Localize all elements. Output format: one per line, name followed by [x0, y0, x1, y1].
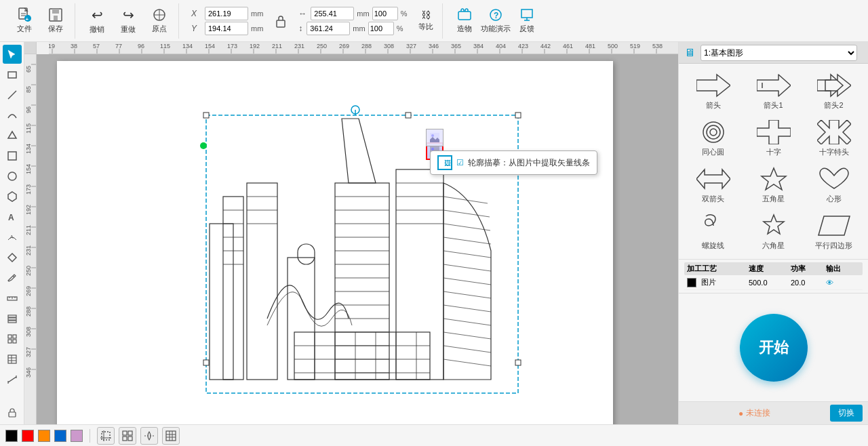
shape-item-star5[interactable]: 五角星 — [745, 163, 802, 207]
save-label: 保存 — [48, 24, 63, 34]
demo-button[interactable]: ? 功能演示 — [481, 3, 511, 39]
group-btn[interactable] — [119, 427, 136, 445]
hexagon-tool[interactable] — [3, 187, 22, 206]
y-input[interactable] — [205, 22, 248, 35]
shape-label-parallelogram: 平行四边形 — [815, 241, 852, 251]
shape-item-arrow1[interactable]: 箭头1 — [745, 69, 802, 113]
svg-rect-104 — [203, 113, 209, 118]
demo-icon: ? — [488, 7, 503, 22]
feedback-button[interactable]: 反馈 — [512, 3, 542, 39]
h-pct-input[interactable] — [368, 22, 394, 35]
equal-button[interactable]: ⛓ 等比 — [414, 3, 438, 39]
shape-item-cross[interactable]: 十字 — [745, 116, 802, 160]
lock-panel-tool[interactable] — [3, 403, 22, 422]
connection-bar: ● 未连接 切换 — [679, 401, 868, 424]
diamond-tool[interactable] — [3, 248, 22, 267]
shape-item-arrow[interactable]: 箭头 — [684, 69, 742, 113]
arrow-icon — [696, 72, 731, 99]
svg-rect-12 — [458, 12, 471, 20]
svg-point-122 — [707, 125, 720, 139]
svg-marker-129 — [818, 216, 850, 235]
curve-tool[interactable] — [3, 106, 22, 125]
shape-category-select[interactable]: 1:基本图形 — [701, 45, 857, 61]
text-tool[interactable]: A — [3, 207, 22, 226]
svg-rect-17 — [8, 72, 16, 78]
canvas-surface[interactable] — [57, 61, 613, 424]
line-tool[interactable] — [3, 85, 22, 104]
table-tool[interactable] — [3, 350, 22, 369]
star5-icon — [756, 165, 791, 192]
parallelogram-icon — [816, 212, 852, 239]
shape-label-arrow2: 箭头2 — [824, 100, 843, 110]
file-button[interactable]: + 文件 — [9, 3, 39, 39]
origin-label: 原点 — [152, 24, 167, 34]
square-tool[interactable] — [3, 146, 22, 165]
crop-tool-btn[interactable] — [97, 427, 115, 445]
text-curve-tool[interactable]: A — [3, 228, 22, 247]
shape-item-arrow2[interactable]: 箭头2 — [805, 69, 863, 113]
shape-label-heart: 心形 — [827, 194, 842, 204]
color-black[interactable] — [5, 430, 18, 442]
flip-btn[interactable] — [140, 427, 158, 445]
lock-button[interactable] — [270, 3, 292, 39]
start-button[interactable]: 开始 — [740, 314, 808, 382]
svg-rect-38 — [8, 355, 16, 363]
svg-rect-58 — [288, 258, 315, 380]
origin-icon — [152, 7, 167, 22]
color-blue[interactable] — [54, 430, 66, 442]
measure-tool[interactable] — [3, 370, 22, 389]
svg-line-26 — [13, 276, 14, 277]
color-orange[interactable] — [38, 430, 50, 442]
shape-item-double-arrow[interactable]: 双箭头 — [684, 163, 742, 207]
h-row: ↕ mm % — [298, 22, 407, 35]
shape-item-star6[interactable]: 六角星 — [745, 209, 802, 254]
drawing-canvas[interactable] — [57, 61, 613, 424]
shape-label-concentric: 同心圆 — [702, 147, 724, 157]
shape-item-heart[interactable]: 心形 — [805, 163, 863, 207]
canvas-viewport[interactable]: 🖼 ☑ 轮廓描摹：从图片中提取矢量线条 — [37, 54, 678, 424]
image-icon-above[interactable] — [426, 129, 443, 146]
x-input[interactable] — [205, 7, 248, 20]
adorn-button[interactable]: 造物 — [450, 3, 479, 39]
undo-button[interactable]: ↩ 撤销 — [82, 3, 112, 39]
process-power-value: 20.0 — [791, 279, 825, 287]
ruler-tool[interactable] — [3, 289, 22, 308]
shape-item-concentric[interactable]: 同心圆 — [684, 116, 742, 160]
origin-button[interactable]: 原点 — [144, 3, 174, 39]
svg-rect-59 — [298, 244, 315, 264]
shape-label-star5: 五角星 — [762, 194, 785, 204]
circle-tool[interactable] — [3, 167, 22, 186]
select-tool[interactable] — [3, 45, 22, 64]
svg-point-123 — [710, 129, 717, 136]
redo-icon: ↪ — [123, 7, 134, 23]
save-button[interactable]: 保存 — [41, 3, 71, 39]
polygon-tool[interactable] — [3, 126, 22, 145]
w-input[interactable] — [311, 7, 354, 20]
svg-line-81 — [443, 197, 488, 203]
color-purple[interactable] — [71, 430, 83, 442]
edit-tool[interactable] — [3, 268, 22, 287]
rect-tool[interactable] — [3, 65, 22, 84]
not-connected-label: 未连接 — [746, 407, 770, 419]
svg-rect-106 — [515, 113, 521, 118]
equal-label: 等比 — [418, 22, 433, 32]
redo-button[interactable]: ↪ 重做 — [113, 3, 143, 39]
array-tool[interactable] — [3, 329, 22, 348]
shape-item-cross2[interactable]: 十字特头 — [805, 116, 863, 160]
svg-marker-128 — [764, 215, 784, 234]
svg-line-82 — [443, 210, 490, 217]
ruler-top-row — [24, 42, 678, 54]
shape-item-spiral[interactable]: 螺旋线 — [684, 209, 742, 254]
process-color-dot[interactable] — [687, 278, 696, 287]
x-label: X — [191, 9, 202, 18]
svg-rect-33 — [8, 321, 16, 323]
process-eye-icon[interactable]: 👁 — [826, 279, 860, 287]
layer-tool[interactable] — [3, 309, 22, 328]
shape-item-parallelogram[interactable]: 平行四边形 — [805, 209, 863, 254]
switch-button[interactable]: 切换 — [830, 405, 863, 422]
w-pct-input[interactable] — [372, 7, 398, 20]
color-red[interactable] — [22, 430, 34, 442]
svg-line-90 — [443, 319, 491, 325]
h-input[interactable] — [307, 22, 350, 35]
grid-btn[interactable] — [162, 427, 180, 445]
